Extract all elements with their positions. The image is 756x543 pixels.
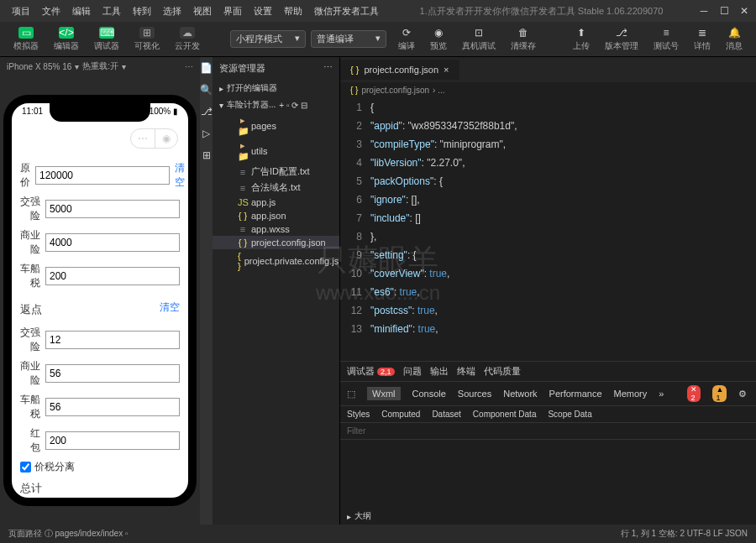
menu-settings[interactable]: 设置 [249, 3, 277, 19]
ccs-label: 车船税 [20, 262, 40, 290]
jqx-input[interactable] [45, 200, 180, 218]
orig-input[interactable] [35, 166, 170, 185]
menu-tools[interactable]: 工具 [97, 3, 126, 19]
explorer: 资源管理器⋯ ▸ 打开的编辑器 ▾ 车险计算器... + ▫ ⟳ ⊟ ▸ 📁pa… [213, 57, 340, 525]
tab-close-icon[interactable]: × [444, 65, 449, 75]
editor-tabs: { }project.config.json× ⊡ ⋯ [340, 57, 756, 82]
capsule-close-icon[interactable]: ◉ [155, 129, 177, 148]
dbg-gear-icon[interactable]: ⚙ [738, 389, 747, 399]
maximize-icon[interactable]: ☐ [719, 5, 729, 17]
debugger-button[interactable]: ⌨调试器 [87, 25, 126, 54]
preview-button[interactable]: ◉预览 [423, 25, 454, 54]
project-root[interactable]: ▾ 车险计算器... + ▫ ⟳ ⊟ [213, 97, 339, 113]
st-dataset[interactable]: Dataset [432, 410, 460, 419]
menu-devtools[interactable]: 微信开发者工具 [309, 3, 384, 19]
sub-wxml[interactable]: Wxml [367, 387, 401, 400]
menu-ui[interactable]: 界面 [218, 3, 247, 19]
debug-icon[interactable]: ▷ [202, 128, 210, 139]
explorer-more-icon[interactable]: ⋯ [323, 62, 333, 75]
minimize-icon[interactable]: ─ [699, 5, 709, 17]
menu-edit[interactable]: 编辑 [67, 3, 96, 19]
clear-orig[interactable]: 清空 [175, 161, 185, 190]
dbg-tab-output[interactable]: 输出 [430, 365, 449, 378]
remote-debug-button[interactable]: ⊡真机调试 [455, 25, 502, 54]
dbg-tab-debugger[interactable]: 调试器 2,1 [347, 365, 395, 378]
cloud-button[interactable]: ☁云开发 [168, 25, 207, 54]
tax-sep-checkbox[interactable] [20, 462, 31, 473]
menu-select[interactable]: 选择 [158, 3, 186, 19]
clear-cache-button[interactable]: 🗑清缓存 [504, 25, 543, 54]
outline[interactable]: ▸ 大纲 [340, 508, 756, 525]
file-app.json[interactable]: { }app.json [213, 209, 339, 222]
menu-help[interactable]: 帮助 [279, 3, 307, 19]
st-computed[interactable]: Computed [381, 410, 420, 419]
search-icon[interactable]: 🔍 [200, 84, 213, 96]
file-utils[interactable]: ▸ 📁utils [213, 138, 339, 164]
menu-goto[interactable]: 转到 [128, 3, 156, 19]
debug-panel: 调试器 2,1 问题 输出 终端 代码质量 ⌃ ✕ ⬚ Wxml Console… [340, 361, 756, 525]
dbg-tab-terminal[interactable]: 终端 [457, 365, 475, 378]
total-title: 总计 [20, 481, 180, 496]
sim-more-icon[interactable]: ⋯ [185, 62, 193, 71]
status-battery: 100% ▮ [150, 107, 178, 116]
error-badge[interactable]: ✕ 2 [687, 385, 701, 402]
visual-button[interactable]: ⊞可视化 [128, 25, 166, 54]
menu-view[interactable]: 视图 [188, 3, 217, 19]
version-button[interactable]: ⎇版本管理 [598, 25, 645, 54]
sub-sources[interactable]: Sources [458, 389, 491, 399]
st-styles[interactable]: Styles [347, 410, 370, 419]
compile-button[interactable]: ⟳编译 [391, 25, 422, 54]
hot-reload[interactable]: 热重载:开 [82, 60, 118, 72]
file-合法域名.txt[interactable]: ≡合法域名.txt [213, 180, 339, 196]
status-right[interactable]: 行 1, 列 1 空格: 2 UTF-8 LF JSON [621, 528, 748, 540]
files-icon[interactable]: 📄 [200, 62, 213, 74]
filter-input[interactable]: Filter [347, 426, 365, 436]
messages-button[interactable]: 🔔消息 [719, 25, 749, 54]
sub-network[interactable]: Network [503, 389, 537, 399]
st-scope[interactable]: Scope Data [548, 410, 591, 419]
sub-more-icon[interactable]: » [659, 389, 664, 399]
syx2-input[interactable] [45, 364, 180, 383]
file-project.config.json[interactable]: { }project.config.json [213, 236, 339, 249]
editor-button[interactable]: </>编辑器 [47, 25, 86, 54]
dbg-tab-quality[interactable]: 代码质量 [484, 365, 521, 378]
clear-rebate[interactable]: 清空 [160, 300, 180, 315]
st-component[interactable]: Component Data [473, 410, 537, 419]
file-广告ID配置.txt[interactable]: ≡广告ID配置.txt [213, 164, 339, 180]
ext-icon[interactable]: ⊞ [202, 149, 211, 161]
inspect-icon[interactable]: ⬚ [347, 389, 355, 399]
file-pages[interactable]: ▸ 📁pages [213, 113, 339, 138]
file-project.private.config.js...[interactable]: { }project.private.config.js... [213, 249, 339, 273]
close-icon[interactable]: ✕ [739, 5, 749, 17]
compile-select[interactable]: 普通编译▾ [311, 30, 386, 48]
simulator-button[interactable]: ▭模拟器 [7, 25, 45, 54]
details-button[interactable]: ≣详情 [687, 25, 717, 54]
jqx2-input[interactable] [45, 331, 180, 349]
menu-project[interactable]: 项目 [7, 3, 35, 19]
sub-memory[interactable]: Memory [614, 389, 648, 399]
sub-performance[interactable]: Performance [549, 389, 602, 399]
activity-bar: 📄 🔍 ⎇ ▷ ⊞ [200, 57, 213, 525]
tab-project-config[interactable]: { }project.config.json× [340, 60, 459, 80]
dbg-tab-problems[interactable]: 问题 [403, 365, 422, 378]
breadcrumb[interactable]: { }project.config.json › ... [340, 82, 756, 98]
branch-icon[interactable]: ⎇ [201, 106, 213, 117]
file-app.js[interactable]: JSapp.js [213, 196, 339, 209]
page-path[interactable]: pages/index/index [55, 529, 123, 538]
hb-input[interactable] [45, 431, 180, 450]
test-button[interactable]: ≡测试号 [647, 25, 685, 54]
mode-select[interactable]: 小程序模式▾ [230, 30, 306, 48]
file-app.wxss[interactable]: ≡app.wxss [213, 222, 339, 236]
status-time: 11:01 [22, 107, 43, 116]
ccs2-input[interactable] [45, 398, 180, 416]
syx-input[interactable] [45, 233, 180, 252]
menu-file[interactable]: 文件 [37, 3, 66, 19]
capsule-menu-icon[interactable]: ⋯ [131, 129, 155, 148]
open-editors[interactable]: ▸ 打开的编辑器 [213, 80, 339, 97]
upload-button[interactable]: ⬆上传 [566, 25, 596, 54]
ccs-input[interactable] [45, 267, 180, 285]
code-editor[interactable]: 12345678910111213 { "appid": "wx89533473… [340, 98, 756, 361]
sub-console[interactable]: Console [412, 389, 446, 399]
warn-badge[interactable]: ▲ 1 [712, 385, 727, 402]
device-select[interactable]: iPhone X 85% 16 [7, 62, 71, 71]
